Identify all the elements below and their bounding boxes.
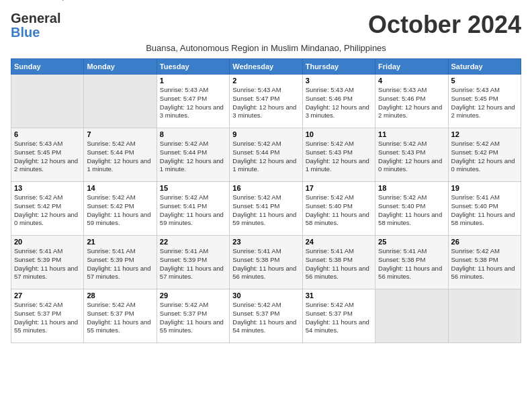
day-info: Sunrise: 5:42 AMSunset: 5:42 PMDaylight:… [87,193,153,228]
calendar-cell: 3Sunrise: 5:43 AMSunset: 5:46 PMDaylight… [302,75,375,128]
header: General Blue October 2024 [11,11,521,40]
day-info: Sunrise: 5:43 AMSunset: 5:45 PMDaylight:… [14,140,81,174]
day-info: Sunrise: 5:42 AMSunset: 5:38 PMDaylight:… [451,247,518,281]
calendar-cell: 5Sunrise: 5:43 AMSunset: 5:45 PMDaylight… [448,75,521,128]
calendar-cell: 23Sunrise: 5:41 AMSunset: 5:38 PMDayligh… [230,236,302,289]
day-header-tuesday: Tuesday [157,59,229,75]
calendar-cell: 28Sunrise: 5:42 AMSunset: 5:37 PMDayligh… [84,289,157,343]
day-number: 16 [232,184,299,192]
day-number: 5 [451,77,518,85]
day-header-thursday: Thursday [302,59,375,75]
day-header-sunday: Sunday [11,59,84,75]
calendar-cell: 22Sunrise: 5:41 AMSunset: 5:39 PMDayligh… [157,236,229,289]
day-info: Sunrise: 5:41 AMSunset: 5:38 PMDaylight:… [232,247,299,281]
calendar-cell: 29Sunrise: 5:42 AMSunset: 5:37 PMDayligh… [157,289,229,343]
calendar-cell: 25Sunrise: 5:41 AMSunset: 5:38 PMDayligh… [375,236,448,289]
calendar-cell: 9Sunrise: 5:42 AMSunset: 5:44 PMDaylight… [230,128,302,182]
day-number: 21 [87,238,153,246]
day-info: Sunrise: 5:42 AMSunset: 5:43 PMDaylight:… [378,140,445,174]
day-number: 13 [14,184,81,192]
calendar-cell [375,289,448,343]
day-number: 19 [451,184,518,192]
logo-text-general: General [11,11,60,26]
day-number: 9 [232,130,299,138]
calendar-cell [11,75,84,128]
calendar-cell: 16Sunrise: 5:42 AMSunset: 5:41 PMDayligh… [230,182,302,236]
calendar-cell: 2Sunrise: 5:43 AMSunset: 5:47 PMDaylight… [230,75,302,128]
day-info: Sunrise: 5:43 AMSunset: 5:46 PMDaylight:… [306,86,372,120]
day-header-wednesday: Wednesday [230,59,302,75]
day-info: Sunrise: 5:43 AMSunset: 5:45 PMDaylight:… [451,86,518,120]
day-info: Sunrise: 5:42 AMSunset: 5:40 PMDaylight:… [306,193,372,228]
calendar-cell: 27Sunrise: 5:42 AMSunset: 5:37 PMDayligh… [11,289,84,343]
day-info: Sunrise: 5:41 AMSunset: 5:39 PMDaylight:… [14,247,81,281]
day-number: 12 [451,130,518,138]
month-title: October 2024 [368,11,521,39]
day-info: Sunrise: 5:42 AMSunset: 5:42 PMDaylight:… [451,140,518,174]
logo-text-blue: Blue [11,25,40,40]
calendar-cell: 24Sunrise: 5:41 AMSunset: 5:38 PMDayligh… [302,236,375,289]
day-number: 3 [306,77,372,85]
day-info: Sunrise: 5:43 AMSunset: 5:47 PMDaylight:… [232,86,299,120]
logo-bird-icon [62,0,75,4]
day-info: Sunrise: 5:42 AMSunset: 5:40 PMDaylight:… [378,193,445,228]
day-info: Sunrise: 5:42 AMSunset: 5:41 PMDaylight:… [232,193,299,228]
day-number: 20 [14,238,81,246]
day-number: 4 [378,77,445,85]
day-info: Sunrise: 5:42 AMSunset: 5:37 PMDaylight:… [14,301,81,335]
calendar-cell: 10Sunrise: 5:42 AMSunset: 5:43 PMDayligh… [302,128,375,182]
day-number: 29 [160,291,226,300]
calendar-cell: 14Sunrise: 5:42 AMSunset: 5:42 PMDayligh… [84,182,157,236]
day-number: 26 [451,238,518,246]
day-number: 23 [232,238,299,246]
day-number: 1 [160,77,226,85]
day-info: Sunrise: 5:42 AMSunset: 5:44 PMDaylight:… [232,140,299,174]
day-number: 15 [160,184,226,192]
day-number: 8 [160,130,226,138]
calendar-cell: 31Sunrise: 5:42 AMSunset: 5:37 PMDayligh… [302,289,375,343]
calendar-cell: 13Sunrise: 5:42 AMSunset: 5:42 PMDayligh… [11,182,84,236]
day-number: 28 [87,291,153,300]
calendar-cell: 20Sunrise: 5:41 AMSunset: 5:39 PMDayligh… [11,236,84,289]
calendar-subtitle: Buansa, Autonomous Region in Muslim Mind… [11,43,521,53]
day-info: Sunrise: 5:42 AMSunset: 5:37 PMDaylight:… [160,301,226,335]
day-number: 11 [378,130,445,138]
calendar-cell: 15Sunrise: 5:42 AMSunset: 5:41 PMDayligh… [157,182,229,236]
calendar-table: SundayMondayTuesdayWednesdayThursdayFrid… [11,58,521,343]
day-info: Sunrise: 5:41 AMSunset: 5:39 PMDaylight:… [87,247,153,281]
calendar-cell [84,75,157,128]
calendar-cell: 30Sunrise: 5:42 AMSunset: 5:37 PMDayligh… [230,289,302,343]
calendar-cell: 12Sunrise: 5:42 AMSunset: 5:42 PMDayligh… [448,128,521,182]
day-info: Sunrise: 5:42 AMSunset: 5:42 PMDaylight:… [14,193,81,228]
day-info: Sunrise: 5:42 AMSunset: 5:37 PMDaylight:… [232,301,299,335]
day-number: 7 [87,130,153,138]
calendar-cell: 11Sunrise: 5:42 AMSunset: 5:43 PMDayligh… [375,128,448,182]
day-info: Sunrise: 5:43 AMSunset: 5:46 PMDaylight:… [378,86,445,120]
day-number: 17 [306,184,372,192]
calendar-cell: 19Sunrise: 5:41 AMSunset: 5:40 PMDayligh… [448,182,521,236]
day-number: 2 [232,77,299,85]
calendar-cell: 8Sunrise: 5:42 AMSunset: 5:44 PMDaylight… [157,128,229,182]
day-number: 31 [306,291,372,300]
calendar-cell: 1Sunrise: 5:43 AMSunset: 5:47 PMDaylight… [157,75,229,128]
day-info: Sunrise: 5:42 AMSunset: 5:37 PMDaylight:… [306,301,372,335]
calendar-cell: 4Sunrise: 5:43 AMSunset: 5:46 PMDaylight… [375,75,448,128]
calendar-cell [448,289,521,343]
calendar-cell: 21Sunrise: 5:41 AMSunset: 5:39 PMDayligh… [84,236,157,289]
day-number: 30 [232,291,299,300]
day-info: Sunrise: 5:41 AMSunset: 5:38 PMDaylight:… [378,247,445,281]
calendar-cell: 18Sunrise: 5:42 AMSunset: 5:40 PMDayligh… [375,182,448,236]
day-info: Sunrise: 5:41 AMSunset: 5:40 PMDaylight:… [451,193,518,228]
logo: General Blue [11,11,60,40]
day-info: Sunrise: 5:42 AMSunset: 5:43 PMDaylight:… [306,140,372,174]
day-number: 14 [87,184,153,192]
day-header-monday: Monday [84,59,157,75]
day-number: 27 [14,291,81,300]
day-number: 22 [160,238,226,246]
day-number: 6 [14,130,81,138]
day-info: Sunrise: 5:43 AMSunset: 5:47 PMDaylight:… [160,86,226,120]
calendar-cell: 17Sunrise: 5:42 AMSunset: 5:40 PMDayligh… [302,182,375,236]
day-number: 18 [378,184,445,192]
day-header-friday: Friday [375,59,448,75]
calendar-cell: 26Sunrise: 5:42 AMSunset: 5:38 PMDayligh… [448,236,521,289]
